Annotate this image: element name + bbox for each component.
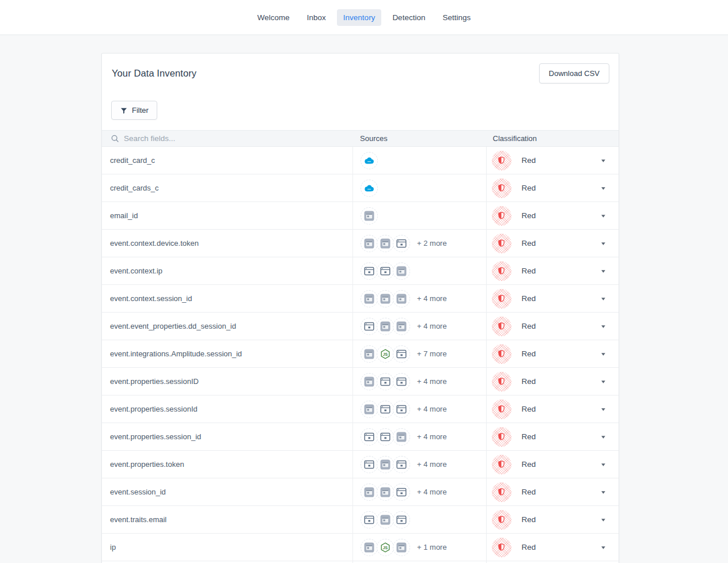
nav-item-settings[interactable]: Settings xyxy=(436,9,477,26)
classification-shield-icon xyxy=(492,234,511,253)
table-row: event.event_properties.dd_session_id + 4… xyxy=(102,313,619,340)
download-csv-label: Download CSV xyxy=(549,69,600,78)
classification-select[interactable]: Red xyxy=(486,423,619,450)
column-header-sources: Sources xyxy=(352,131,486,146)
field-name: credit_cards_c xyxy=(102,174,352,201)
app-window-filled-icon xyxy=(393,290,410,307)
classification-select[interactable]: Red xyxy=(486,506,619,533)
more-sources-label: + 4 more xyxy=(417,432,447,441)
classification-select[interactable]: Red xyxy=(486,340,619,367)
classification-value: Red xyxy=(522,405,536,413)
classification-shield-icon xyxy=(492,427,511,447)
more-sources-label: + 4 more xyxy=(417,322,447,330)
browser-window-outline-icon xyxy=(393,484,410,501)
browser-window-outline-icon xyxy=(361,456,378,473)
app-window-filled-icon xyxy=(377,456,394,473)
classification-select[interactable]: Red xyxy=(486,285,619,312)
filter-button[interactable]: Filter xyxy=(111,101,157,120)
more-sources-label: + 2 more xyxy=(417,239,447,248)
classification-value: Red xyxy=(522,184,536,192)
classification-shield-icon xyxy=(492,344,511,364)
sources-cell: JS + 7 more xyxy=(352,340,486,367)
app-window-filled-icon xyxy=(361,290,378,307)
download-csv-button[interactable]: Download CSV xyxy=(539,63,609,83)
browser-window-outline-icon xyxy=(393,373,410,390)
classification-select[interactable]: Red xyxy=(486,451,619,478)
browser-window-outline-icon xyxy=(393,456,410,473)
table-body: credit_card_c Redcredit_cards_c Redemail… xyxy=(102,147,619,563)
browser-window-outline-icon xyxy=(393,511,410,528)
chevron-down-icon xyxy=(601,296,606,301)
chevron-down-icon xyxy=(601,462,606,467)
sources-cell xyxy=(352,202,486,229)
nav-item-inventory[interactable]: Inventory xyxy=(337,9,382,26)
nav-item-inbox[interactable]: Inbox xyxy=(301,9,332,26)
field-name: event.session_id xyxy=(102,478,352,505)
sources-cell xyxy=(352,506,486,533)
field-name: event.context.session_id xyxy=(102,285,352,312)
classification-select[interactable]: Red xyxy=(486,202,619,229)
sources-cell: + 4 more xyxy=(352,451,486,478)
classification-shield-icon xyxy=(492,178,511,198)
chevron-down-icon xyxy=(601,406,606,412)
inventory-table: Sources Classification credit_card_c Red… xyxy=(102,130,619,563)
table-row: event.properties.sessionID + 4 more Red xyxy=(102,368,619,395)
classification-select[interactable]: Red xyxy=(486,395,619,423)
chevron-down-icon xyxy=(601,268,606,273)
field-name: event.context.ip xyxy=(102,257,352,284)
browser-window-outline-icon xyxy=(377,263,394,280)
sources-cell: + 4 more xyxy=(352,478,486,505)
table-row: credit_card_c Red xyxy=(102,147,619,174)
classification-shield-icon xyxy=(492,289,511,309)
nav-item-welcome[interactable]: Welcome xyxy=(251,9,296,26)
app-window-filled-icon xyxy=(377,484,394,501)
browser-window-outline-icon xyxy=(393,235,410,252)
classification-select[interactable]: Red xyxy=(486,174,619,201)
classification-select[interactable]: Red xyxy=(486,368,619,395)
search-field-container xyxy=(102,131,352,146)
salesforce-cloud-icon xyxy=(361,180,378,197)
chevron-down-icon xyxy=(601,213,606,218)
classification-select[interactable]: Red xyxy=(486,257,619,284)
field-name: event.integrations.Amplitude.session_id xyxy=(102,340,352,367)
app-window-filled-icon xyxy=(361,401,378,418)
app-window-filled-icon xyxy=(393,428,410,446)
more-sources-label: + 1 more xyxy=(417,543,447,551)
classification-value: Red xyxy=(522,488,536,496)
classification-value: Red xyxy=(522,432,536,441)
panel-header: Your Data Inventory Download CSV xyxy=(102,54,619,93)
sources-cell: + 4 more xyxy=(352,395,486,423)
sources-cell: + 4 more xyxy=(352,313,486,340)
chevron-down-icon xyxy=(601,324,606,329)
classification-select[interactable]: Red xyxy=(486,313,619,340)
sources-cell: + 2 more xyxy=(352,230,486,257)
classification-value: Red xyxy=(522,322,536,330)
classification-value: Red xyxy=(522,377,536,386)
column-header-classification: Classification xyxy=(486,131,619,146)
app-window-filled-icon xyxy=(361,345,378,363)
app-window-filled-icon xyxy=(393,263,410,280)
field-name: event.properties.token xyxy=(102,451,352,478)
app-window-filled-icon xyxy=(377,290,394,307)
classification-value: Red xyxy=(522,349,536,358)
classification-value: Red xyxy=(522,239,536,248)
browser-window-outline-icon xyxy=(393,401,410,418)
chevron-down-icon xyxy=(601,241,606,246)
nodejs-icon: JS xyxy=(377,539,394,556)
classification-value: Red xyxy=(522,543,536,551)
classification-select[interactable]: Red xyxy=(486,534,619,561)
nav-item-detection[interactable]: Detection xyxy=(386,9,431,26)
classification-select[interactable]: Red xyxy=(486,478,619,505)
classification-select[interactable]: Red xyxy=(486,230,619,257)
classification-value: Red xyxy=(522,211,536,220)
search-input[interactable] xyxy=(124,134,331,143)
table-row: event.session_id + 4 more Red xyxy=(102,478,619,506)
table-row: event.properties.sessionId + 4 more Red xyxy=(102,395,619,423)
chevron-down-icon xyxy=(601,351,606,356)
classification-shield-icon xyxy=(492,455,511,474)
chevron-down-icon xyxy=(601,158,606,163)
browser-window-outline-icon xyxy=(377,401,394,418)
chevron-down-icon xyxy=(601,545,606,550)
classification-select[interactable]: Red xyxy=(486,147,619,174)
classification-value: Red xyxy=(522,460,536,469)
